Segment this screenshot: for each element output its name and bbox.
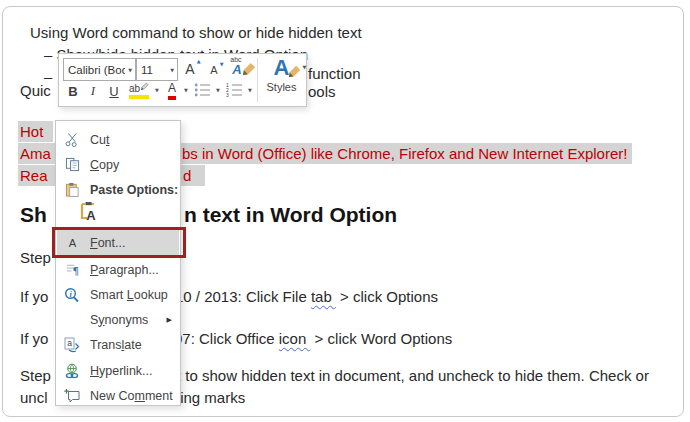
text-highlight-dropdown[interactable]: ▼: [153, 81, 161, 99]
doc-line-4-right: ools: [308, 81, 336, 102]
bold-icon: B: [68, 84, 77, 99]
menu-item-label: Translate: [90, 338, 142, 352]
svg-text:¶: ¶: [72, 265, 79, 277]
bold-button[interactable]: B: [65, 81, 81, 101]
menu-item-hyperlink[interactable]: Hyperlink...: [57, 358, 179, 383]
copy-icon: [63, 157, 81, 172]
menu-item-translate[interactable]: a Translate: [57, 332, 179, 357]
selected-red-line-3-left: Rea: [18, 165, 58, 186]
chevron-down-icon: ▼: [167, 67, 177, 73]
svg-text:i: i: [70, 288, 73, 298]
highlight-color-bar: [129, 95, 149, 99]
grow-font-icon: A▲: [185, 61, 194, 77]
menu-item-label: Smart Lookup: [90, 288, 168, 302]
underline-button[interactable]: U: [106, 81, 122, 101]
submenu-arrow-icon: ▶: [167, 316, 172, 324]
bullets-button[interactable]: [193, 81, 212, 99]
doc-if-1-left: If yo: [20, 286, 48, 307]
heading-right: n text in Word Option: [181, 203, 397, 227]
shrink-font-icon: A▼: [210, 64, 217, 76]
translate-icon: a: [63, 337, 81, 353]
menu-item-label: Copy: [90, 158, 119, 172]
mini-toolbar: Calibri (Body ▼ 11 ▼ A▲ A▼ abcA B I U ab: [58, 53, 307, 107]
format-painter-button[interactable]: [241, 59, 257, 78]
font-color-icon: A: [168, 81, 176, 95]
font-color-button[interactable]: A: [163, 79, 181, 97]
svg-text:3: 3: [226, 92, 229, 98]
font-name-value: Calibri (Body: [64, 64, 125, 76]
paragraph-icon: ¶: [63, 262, 81, 277]
smart-lookup-icon: i: [63, 287, 81, 303]
menu-item-synonyms[interactable]: Synonyms ▶: [57, 307, 179, 332]
menu-item-smart-lookup[interactable]: i Smart Lookup: [57, 282, 179, 307]
underline-icon: U: [109, 84, 118, 99]
toolbar-divider: [257, 58, 258, 102]
numbering-button[interactable]: 123: [225, 81, 244, 99]
doc-text: 07: Click Office: [174, 330, 279, 347]
doc-if-2-left: If yo: [20, 328, 48, 349]
styles-label: Styles: [267, 81, 297, 93]
numbering-icon: 123: [226, 82, 243, 98]
keep-text-only-icon: A: [78, 200, 100, 222]
doc-if-1-right: 10 / 2013: Click File tab > click Option…: [175, 286, 438, 307]
chevron-down-icon: ▼: [152, 87, 162, 93]
font-size-value: 11: [137, 64, 167, 76]
italic-button[interactable]: I: [86, 81, 100, 101]
wavy-underline-word: tab: [311, 288, 336, 305]
selected-red-line-3-right: d: [181, 165, 205, 186]
heading-left: Sh: [20, 203, 47, 227]
svg-text:A: A: [86, 208, 96, 222]
chevron-down-icon: ▼: [125, 67, 135, 73]
chevron-down-icon: ▼: [300, 64, 310, 70]
paste-options-label: Paste Options:: [90, 183, 178, 197]
paste-option-keep-text-only[interactable]: A: [57, 198, 179, 224]
chevron-down-icon: ▼: [181, 87, 191, 93]
grow-font-button[interactable]: A▲: [179, 58, 201, 79]
doc-uncl-left: uncl: [20, 387, 48, 408]
styles-icon: A ▼: [274, 56, 290, 80]
doc-text: 10 / 2013: Click File: [175, 288, 311, 305]
chevron-down-icon: ▼: [245, 87, 255, 93]
text-highlight-icon: ab: [129, 82, 149, 94]
numbering-dropdown[interactable]: ▼: [246, 81, 254, 99]
doc-line-4-left: Quic: [20, 80, 51, 101]
doc-step-1: Step: [20, 247, 51, 268]
cut-icon: [63, 132, 81, 147]
menu-item-label: Synonyms: [90, 313, 148, 327]
doc-step-2-left: Step: [20, 365, 51, 386]
menu-item-copy[interactable]: Copy: [57, 152, 179, 177]
selected-red-line-1: Hot: [18, 121, 53, 142]
menu-item-new-comment[interactable]: New Comment: [57, 383, 179, 408]
menu-item-label: Hyperlink...: [90, 364, 153, 378]
doc-if-2-right: 07: Click Office icon > click Word Optio…: [174, 328, 452, 349]
hyperlink-icon: [63, 363, 81, 379]
context-menu: Cut Copy Paste Options: A A Font...: [55, 120, 181, 406]
chevron-down-icon: ▼: [213, 87, 223, 93]
menu-item-label: New Comment: [90, 389, 173, 403]
text-highlight-button[interactable]: ab: [127, 79, 151, 97]
menu-item-label: Paragraph...: [90, 263, 159, 277]
doc-text: > click Word Options: [310, 330, 452, 347]
bullets-dropdown[interactable]: ▼: [214, 81, 222, 99]
doc-step-2-right: t to show hidden text in document, and u…: [177, 365, 649, 386]
doc-line-1: Using Word command to show or hide hidde…: [30, 22, 362, 43]
font-color-bar: [168, 96, 176, 100]
screenshot: Using Word command to show or hide hidde…: [0, 0, 690, 422]
font-size-combobox[interactable]: 11 ▼: [136, 58, 178, 81]
shrink-font-button[interactable]: A▼: [204, 60, 224, 79]
font-highlight-annotation: [52, 227, 186, 258]
italic-icon: I: [91, 83, 95, 99]
menu-item-label: Cut: [90, 133, 109, 147]
wavy-underline-word: icon: [279, 330, 311, 347]
font-name-combobox[interactable]: Calibri (Body ▼: [63, 58, 136, 81]
menu-item-paragraph[interactable]: ¶ Paragraph...: [57, 257, 179, 282]
paste-icon: [63, 182, 81, 197]
selected-red-line-2-right: bs in Word (Office) like Chrome, Firefox…: [179, 143, 632, 164]
styles-button[interactable]: A ▼ Styles: [259, 56, 304, 104]
bullets-icon: [194, 82, 211, 98]
menu-item-cut[interactable]: Cut: [57, 127, 179, 152]
new-comment-icon: [63, 388, 81, 404]
font-color-dropdown[interactable]: ▼: [182, 81, 190, 99]
format-painter-icon: [242, 62, 256, 76]
doc-uncl-right: ting marks: [176, 387, 245, 408]
